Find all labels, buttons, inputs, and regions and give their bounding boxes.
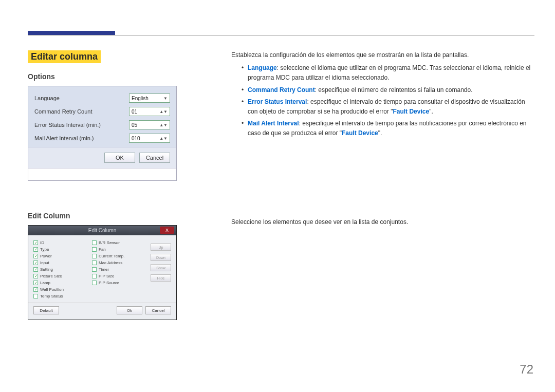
checkbox-pip-source[interactable]: PIP Source <box>92 281 146 285</box>
keyword-mail-interval: Mail Alert Interval <box>248 120 299 127</box>
option-row-retry: Command Retry Count 01 ▲▼ <box>34 105 170 118</box>
error-interval-spinner[interactable]: 05 ▲▼ <box>129 120 170 129</box>
option-row-language: Language English ▼ <box>34 91 170 105</box>
option-row-mail-interval: Mail Alert Interval (min.) 010 ▲▼ <box>34 132 170 145</box>
edit-column-titlebar: Edit Column X <box>28 226 176 235</box>
list-item-retry: Command Retry Count: especifique el núme… <box>242 85 534 95</box>
intro-text: Establezca la configuración de los eleme… <box>231 50 534 60</box>
reorder-buttons: Up Down Show Hide <box>151 240 171 298</box>
right-column: Establezca la configuración de los eleme… <box>231 50 534 141</box>
page-number: 72 <box>520 362 533 377</box>
keyword-error-interval: Error Status Interval <box>248 98 307 105</box>
edit-column-description: Seleccione los elementos que desee ver e… <box>231 218 534 226</box>
language-dropdown[interactable]: English ▼ <box>129 94 170 103</box>
spinner-value: 01 <box>132 109 137 115</box>
keyword-language: Language <box>248 64 277 71</box>
spinner-arrows-icon: ▲▼ <box>159 109 168 114</box>
edit-column-dialog: Edit Column X ✓ID ✓Type ✓Power ✓Input ✓S… <box>28 225 177 320</box>
down-button[interactable]: Down <box>151 254 171 261</box>
option-label: Language <box>34 95 129 101</box>
option-row-error-interval: Error Status Interval (min.) 05 ▲▼ <box>34 118 170 132</box>
retry-spinner[interactable]: 01 ▲▼ <box>129 107 170 116</box>
options-heading: Options <box>28 72 182 81</box>
options-dialog: Language English ▼ Command Retry Count 0… <box>28 86 177 181</box>
ok-button[interactable]: OK <box>104 153 135 163</box>
checkbox-power[interactable]: ✓Power <box>33 254 88 258</box>
checkbox-id[interactable]: ✓ID <box>33 240 88 245</box>
keyword-retry: Command Retry Count <box>248 86 315 94</box>
checkbox-pip-size[interactable]: PIP Size <box>92 274 146 278</box>
list-item-language: Language: seleccione el idioma que utili… <box>242 63 534 83</box>
mail-interval-spinner[interactable]: 010 ▲▼ <box>129 134 170 143</box>
checkbox-fan[interactable]: Fan <box>92 247 146 252</box>
checkbox-lamp[interactable]: ✓Lamp <box>33 281 88 285</box>
checkbox-input[interactable]: ✓Input <box>33 260 88 265</box>
keyword-fault-device: Fault Device <box>342 129 378 137</box>
show-button[interactable]: Show <box>151 264 171 271</box>
keyword-fault-device: Fault Device <box>393 108 429 115</box>
chevron-down-icon: ▼ <box>163 96 168 101</box>
spinner-value: 010 <box>132 136 140 141</box>
option-label: Mail Alert Interval (min.) <box>34 135 129 141</box>
checkbox-wall-position[interactable]: ✓Wall Position <box>33 287 88 292</box>
dialog-spacer <box>28 168 176 180</box>
checkbox-setting[interactable]: ✓Setting <box>33 267 88 272</box>
option-label: Error Status Interval (min.) <box>34 122 129 128</box>
header-accent <box>28 31 115 35</box>
checkbox-mac-address[interactable]: Mac Address <box>92 260 146 265</box>
option-label: Command Retry Count <box>34 108 129 115</box>
spinner-arrows-icon: ▲▼ <box>159 123 168 127</box>
checkbox-type[interactable]: ✓Type <box>33 247 88 252</box>
dropdown-value: English <box>132 96 149 101</box>
up-button[interactable]: Up <box>151 244 171 251</box>
hide-button[interactable]: Hide <box>151 274 171 282</box>
checkbox-timer[interactable]: Timer <box>92 267 146 272</box>
header-rule <box>28 35 534 35</box>
cancel-button[interactable]: Cancel <box>145 306 171 314</box>
checkbox-current-temp[interactable]: Current Temp. <box>92 254 146 258</box>
edit-column-heading: Edit Column <box>28 212 182 220</box>
checkbox-temp-status[interactable]: Temp Status <box>33 294 88 298</box>
default-button[interactable]: Default <box>33 306 59 314</box>
dialog-title: Edit Column <box>88 228 116 233</box>
close-button[interactable]: X <box>160 227 174 234</box>
spinner-value: 05 <box>132 122 137 128</box>
checkbox-column-left: ✓ID ✓Type ✓Power ✓Input ✓Setting ✓Pictur… <box>33 240 88 298</box>
page-title: Editar columna <box>28 50 101 63</box>
list-item-mail-interval: Mail Alert Interval: especifique el inte… <box>242 119 534 138</box>
checkbox-column-right: B/R Sensor Fan Current Temp. Mac Address… <box>92 240 146 298</box>
checkbox-picture-size[interactable]: ✓Picture Size <box>33 274 88 278</box>
ok-button[interactable]: Ok <box>117 306 142 314</box>
list-item-error-interval: Error Status Interval: especifique el in… <box>242 97 534 117</box>
checkbox-br-sensor[interactable]: B/R Sensor <box>92 240 146 245</box>
spinner-arrows-icon: ▲▼ <box>159 136 168 141</box>
left-column: Editar columna Options Language English … <box>28 50 182 320</box>
cancel-button[interactable]: Cancel <box>139 153 170 163</box>
